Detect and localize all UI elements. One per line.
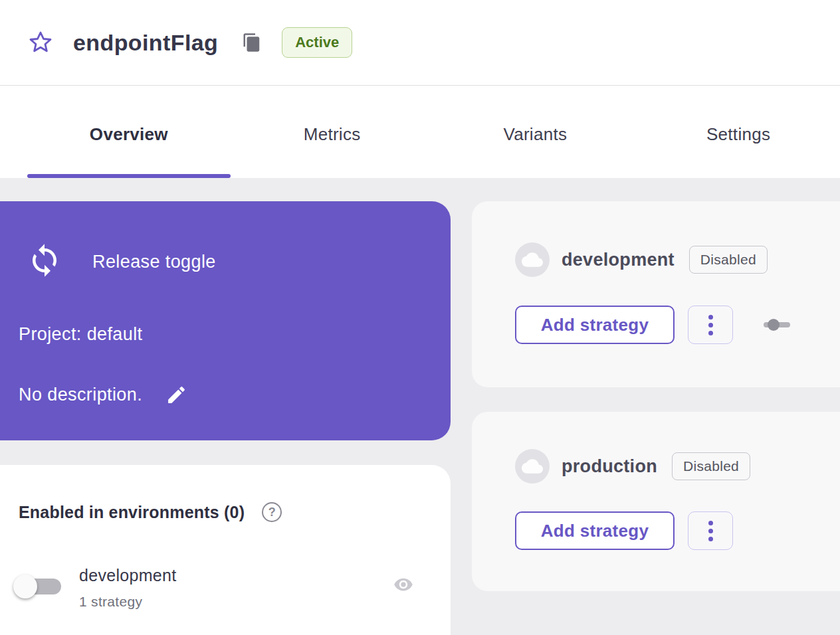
- header: endpointFlag Active: [0, 0, 840, 86]
- add-strategy-button[interactable]: Add strategy: [515, 306, 675, 344]
- description-text: No description.: [19, 385, 142, 405]
- sync-icon: [27, 242, 62, 281]
- tab-metrics[interactable]: Metrics: [231, 86, 434, 178]
- environment-name: development: [562, 250, 675, 270]
- environment-status-chip: Disabled: [689, 246, 768, 274]
- feature-overview-card: Release toggle Project: default No descr…: [0, 201, 451, 440]
- enabled-environments-header: Enabled in environments (0) ?: [0, 465, 451, 522]
- tab-bar: Overview Metrics Variants Settings: [0, 86, 840, 178]
- kebab-menu-icon: [708, 315, 713, 319]
- environment-toggle-switch[interactable]: [13, 574, 62, 599]
- edit-icon: [165, 384, 187, 406]
- environment-row: development 1 strategy: [0, 558, 451, 619]
- environment-name: production: [562, 456, 657, 477]
- environment-menu-button[interactable]: [688, 511, 733, 550]
- environment-card-header: production Disabled: [472, 412, 840, 484]
- edit-description-button[interactable]: [163, 382, 189, 407]
- copy-icon: [242, 33, 262, 52]
- help-icon[interactable]: ?: [262, 502, 282, 522]
- kebab-menu-icon: [708, 521, 713, 525]
- description-row: No description.: [19, 382, 189, 407]
- cloud-icon: [522, 249, 543, 270]
- environment-card-production: production Disabled Add strategy: [472, 412, 840, 591]
- add-strategy-button[interactable]: Add strategy: [515, 511, 675, 550]
- toggle-type-label: Release toggle: [92, 252, 216, 272]
- environment-avatar: [515, 242, 550, 277]
- visibility-eye-button[interactable]: [391, 574, 416, 596]
- environment-avatar: [515, 449, 550, 484]
- page-title: endpointFlag: [73, 30, 218, 56]
- environment-card-development: development Disabled Add strategy: [472, 201, 840, 387]
- tab-settings[interactable]: Settings: [637, 86, 840, 178]
- switch-knob: [13, 575, 37, 598]
- environment-row-strategy-count: 1 strategy: [79, 594, 142, 610]
- tab-metrics-label: Metrics: [304, 124, 361, 145]
- mini-switch-knob: [768, 319, 780, 331]
- tab-settings-label: Settings: [706, 124, 770, 145]
- tab-variants[interactable]: Variants: [434, 86, 637, 178]
- cloud-icon: [522, 456, 543, 477]
- environment-menu-button[interactable]: [688, 306, 733, 344]
- eye-icon: [391, 575, 415, 594]
- main-content: Release toggle Project: default No descr…: [0, 178, 840, 635]
- project-label: Project: default: [19, 324, 143, 345]
- enabled-environments-panel: Enabled in environments (0) ? developmen…: [0, 465, 451, 635]
- tab-overview[interactable]: Overview: [27, 86, 231, 178]
- status-badge: Active: [282, 27, 352, 58]
- page: endpointFlag Active Overview Metrics Var…: [0, 0, 840, 635]
- toggle-type-row: Release toggle: [27, 242, 216, 281]
- tab-variants-label: Variants: [503, 124, 567, 145]
- star-icon: [27, 29, 54, 56]
- copy-name-button[interactable]: [241, 31, 263, 54]
- environment-card-header: development Disabled: [472, 201, 840, 277]
- tab-overview-label: Overview: [90, 124, 168, 145]
- favorite-star-button[interactable]: [27, 29, 54, 56]
- environment-status-chip: Disabled: [672, 452, 750, 480]
- mini-toggle-switch[interactable]: [764, 318, 790, 331]
- environment-card-actions: Add strategy: [472, 306, 840, 344]
- environment-card-actions: Add strategy: [472, 511, 840, 550]
- enabled-environments-title: Enabled in environments (0): [19, 503, 245, 522]
- environment-row-name: development: [79, 566, 176, 585]
